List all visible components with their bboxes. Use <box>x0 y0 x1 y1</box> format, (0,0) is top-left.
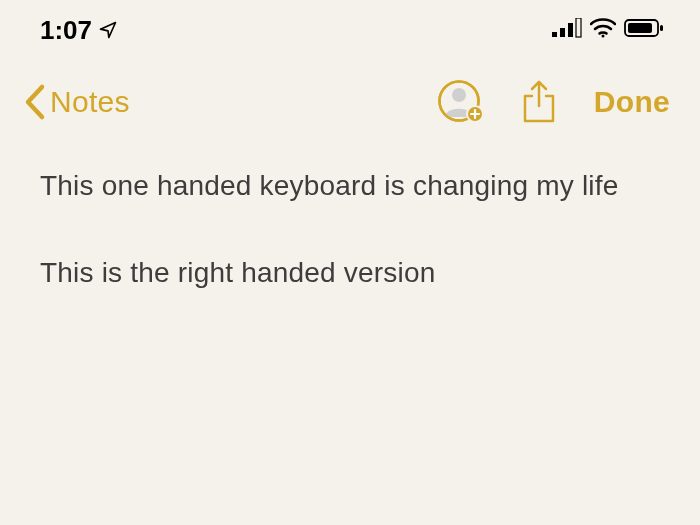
svg-rect-3 <box>576 18 581 37</box>
add-person-icon[interactable] <box>438 80 484 124</box>
paragraph-gap <box>40 207 664 251</box>
back-button[interactable]: Notes <box>22 83 130 121</box>
note-line-1: This one handed keyboard is changing my … <box>40 164 664 207</box>
status-bar: 1:07 <box>0 0 700 56</box>
wifi-icon <box>590 18 616 42</box>
status-time: 1:07 <box>40 15 92 46</box>
nav-bar: Notes Done <box>0 56 700 142</box>
svg-rect-1 <box>560 28 565 37</box>
svg-rect-0 <box>552 32 557 37</box>
chevron-left-icon <box>22 83 48 121</box>
note-body[interactable]: This one handed keyboard is changing my … <box>0 142 700 295</box>
battery-icon <box>624 18 664 42</box>
svg-point-9 <box>452 88 466 102</box>
location-arrow-icon <box>98 20 118 40</box>
cellular-signal-icon <box>552 18 582 42</box>
share-icon[interactable] <box>522 80 556 124</box>
status-left: 1:07 <box>40 15 118 46</box>
svg-rect-6 <box>628 23 652 33</box>
back-label: Notes <box>50 85 130 119</box>
status-right <box>552 18 664 42</box>
svg-rect-2 <box>568 23 573 37</box>
nav-right: Done <box>438 80 670 124</box>
svg-point-4 <box>602 35 605 38</box>
svg-rect-7 <box>660 25 663 31</box>
note-line-2: This is the right handed version <box>40 251 664 294</box>
done-button[interactable]: Done <box>594 85 670 119</box>
